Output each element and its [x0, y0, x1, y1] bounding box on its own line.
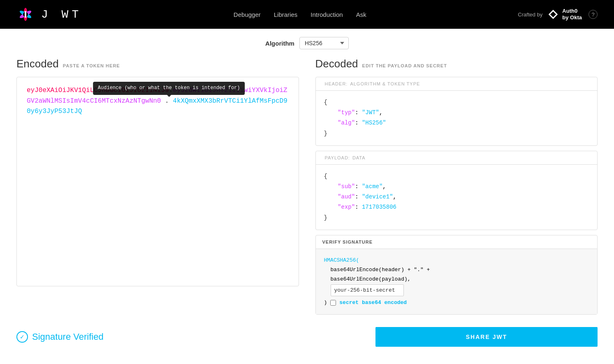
nav-debugger[interactable]: Debugger — [234, 11, 261, 18]
verify-close-paren: ) — [324, 298, 327, 307]
help-button[interactable]: ? — [589, 10, 598, 19]
svg-rect-8 — [25, 11, 26, 18]
token-part1: eyJ0eXAiOiJKV1QiLCJhbGciOiJIUzI1NiJ9 — [27, 87, 169, 94]
logo-text: J WT — [41, 8, 82, 21]
encoded-box[interactable]: eyJ0eXAiOiJKV1QiLCJhbGciOiJIUzI1NiJ9.eyJ… — [16, 77, 299, 286]
logo-area: J WT — [16, 5, 82, 23]
encoded-subtitle: PASTE A TOKEN HERE — [63, 63, 120, 68]
secret-input-wrapper — [331, 284, 404, 296]
sig-verified-text: Signature Verified — [32, 332, 104, 342]
encoded-title-area: Encoded PASTE A TOKEN HERE — [16, 58, 299, 70]
nav-introduction[interactable]: Introduction — [310, 11, 343, 18]
main-nav: Debugger Libraries Introduction Ask — [234, 11, 366, 18]
main-content: Encoded PASTE A TOKEN HERE eyJ0eXAiOiJKV… — [0, 58, 614, 315]
verify-panel: VERIFY SIGNATURE HMACSHA256( base64UrlEn… — [315, 235, 598, 315]
payload-panel: PAYLOAD:DATA { "sub": "acme", "aud": "de… — [315, 151, 598, 230]
base64-label[interactable]: secret base64 encoded — [339, 298, 407, 307]
check-circle-icon: ✓ — [16, 331, 28, 343]
header-panel: HEADER:ALGORITHM & TOKEN TYPE { "typ": "… — [315, 77, 598, 146]
algorithm-label: Algorithm — [265, 40, 294, 47]
auth0-diamond-icon — [547, 8, 560, 21]
decoded-title: Decoded — [315, 58, 358, 70]
header-right: Crafted by Auth0 by Okta ? — [518, 8, 598, 21]
algorithm-select[interactable]: HS256 HS384 HS512 RS256 RS384 RS512 — [299, 37, 349, 49]
signature-verified: ✓ Signature Verified — [16, 331, 104, 343]
bottom-bar: ✓ Signature Verified SHARE JWT — [0, 319, 614, 355]
algorithm-bar: Algorithm HS256 HS384 HS512 RS256 RS384 … — [0, 29, 614, 58]
verify-line2: base64UrlEncode(payload), — [331, 276, 411, 282]
header-panel-header: HEADER:ALGORITHM & TOKEN TYPE — [316, 77, 598, 91]
encoded-section: Encoded PASTE A TOKEN HERE eyJ0eXAiOiJKV… — [16, 58, 299, 315]
crafted-by-label: Crafted by — [518, 12, 542, 18]
payload-panel-header: PAYLOAD:DATA — [316, 151, 598, 165]
header-panel-body: { "typ": "JWT", "alg": "HS256" } — [316, 91, 598, 145]
base64-checkbox[interactable] — [330, 300, 336, 306]
verify-close-row: ) secret base64 encoded — [324, 298, 589, 307]
auth0-logo: Auth0 by Okta — [547, 8, 582, 21]
decoded-subtitle: EDIT THE PAYLOAD AND SECRET — [362, 63, 447, 68]
nav-ask[interactable]: Ask — [356, 11, 366, 18]
verify-panel-header: VERIFY SIGNATURE — [316, 235, 598, 249]
payload-panel-body: { "sub": "acme", "aud": "device1", "exp"… — [316, 165, 598, 230]
nav-libraries[interactable]: Libraries — [274, 11, 298, 18]
share-jwt-button[interactable]: SHARE JWT — [375, 327, 598, 347]
header: J WT Debugger Libraries Introduction Ask… — [0, 0, 614, 29]
decoded-title-area: Decoded EDIT THE PAYLOAD AND SECRET — [315, 58, 598, 70]
verify-line1: base64UrlEncode(header) + "." + — [331, 267, 430, 273]
secret-input[interactable] — [334, 287, 400, 293]
verify-panel-body: HMACSHA256( base64UrlEncode(header) + ".… — [316, 249, 598, 314]
encoded-title: Encoded — [16, 58, 59, 70]
jwt-logo-icon — [16, 5, 35, 23]
verify-func-name: HMACSHA256( — [324, 257, 359, 263]
decoded-section: Decoded EDIT THE PAYLOAD AND SECRET HEAD… — [315, 58, 598, 315]
auth0-label: Auth0 by Okta — [562, 8, 582, 21]
